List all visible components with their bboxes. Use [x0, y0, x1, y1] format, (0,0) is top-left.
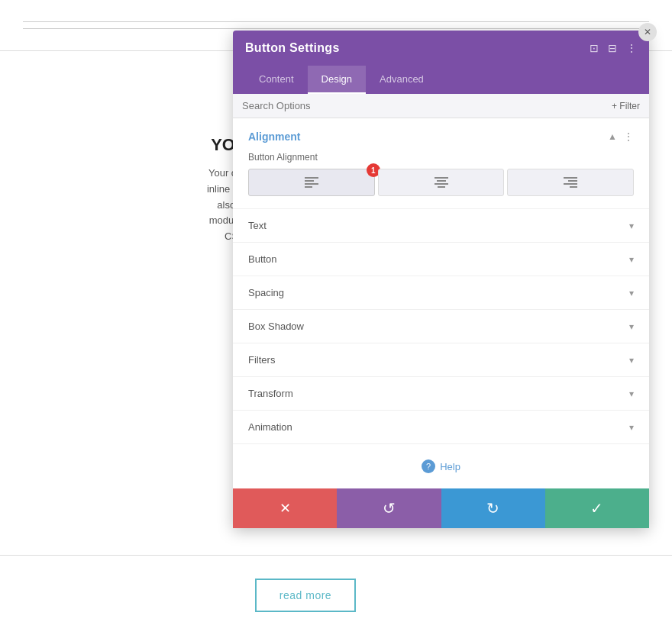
- svg-rect-1: [305, 180, 314, 182]
- alignment-section-controls: ▲ ⋮: [608, 131, 634, 143]
- animation-section-title: Animation: [248, 421, 292, 433]
- spacing-section-title: Spacing: [248, 287, 284, 298]
- maximize-icon[interactable]: ⊡: [590, 42, 599, 54]
- search-bar: + Filter: [233, 94, 649, 118]
- help-icon: ?: [422, 459, 435, 473]
- tab-content[interactable]: Content: [245, 66, 308, 94]
- button-section[interactable]: Button ▾: [233, 243, 649, 276]
- text-section[interactable]: Text ▾: [233, 209, 649, 243]
- close-icon: ✕: [644, 27, 651, 37]
- panel-title: Button Settings: [245, 41, 340, 55]
- tab-advanced[interactable]: Advanced: [366, 66, 438, 94]
- help-section[interactable]: ? Help: [233, 444, 649, 488]
- svg-rect-5: [437, 180, 446, 182]
- button-chevron-icon: ▾: [629, 254, 634, 265]
- transform-chevron-icon: ▾: [629, 388, 634, 399]
- button-settings-panel: ✕ Button Settings ⊡ ⊟ ⋮ Content Design A…: [233, 31, 649, 528]
- filters-chevron-icon: ▾: [629, 355, 634, 366]
- svg-rect-0: [305, 177, 318, 179]
- alignment-section-title: Alignment: [248, 131, 300, 143]
- alignment-section: Alignment ▲ ⋮ Button Alignment 1: [233, 118, 649, 209]
- search-input[interactable]: [242, 100, 612, 111]
- read-more-button[interactable]: read more: [255, 579, 356, 612]
- cancel-button[interactable]: ✕: [233, 488, 337, 528]
- alignment-buttons: 1: [248, 169, 634, 196]
- top-line-1: [23, 21, 649, 22]
- box-shadow-chevron-icon: ▾: [629, 321, 634, 332]
- alignment-more-icon[interactable]: ⋮: [623, 131, 634, 143]
- more-options-icon[interactable]: ⋮: [626, 42, 637, 54]
- animation-chevron-icon: ▾: [629, 422, 634, 433]
- panel-header: Button Settings ⊡ ⊟ ⋮: [233, 31, 649, 66]
- svg-rect-4: [435, 177, 448, 179]
- redo-button[interactable]: ↻: [441, 488, 545, 528]
- transform-section[interactable]: Transform ▾: [233, 377, 649, 411]
- align-right-icon: [564, 177, 577, 188]
- svg-rect-8: [564, 177, 577, 179]
- filters-section[interactable]: Filters ▾: [233, 343, 649, 377]
- alignment-collapse-icon[interactable]: ▲: [608, 131, 617, 142]
- tab-design[interactable]: Design: [308, 66, 366, 94]
- box-shadow-section-title: Box Shadow: [248, 321, 304, 332]
- reset-icon: ↺: [383, 499, 396, 517]
- save-button[interactable]: ✓: [545, 488, 649, 528]
- spacing-section[interactable]: Spacing ▾: [233, 276, 649, 310]
- align-center-icon: [435, 177, 448, 188]
- transform-section-title: Transform: [248, 388, 293, 399]
- help-label: Help: [440, 461, 460, 472]
- bottom-toolbar: ✕ ↺ ↻ ✓: [233, 488, 649, 528]
- svg-rect-7: [438, 186, 445, 188]
- svg-rect-10: [564, 183, 577, 185]
- text-section-title: Text: [248, 220, 267, 231]
- panel-header-icons: ⊡ ⊟ ⋮: [590, 42, 637, 54]
- panel-tabs: Content Design Advanced: [233, 66, 649, 94]
- cancel-icon: ✕: [279, 500, 291, 517]
- align-left-icon: [305, 177, 318, 188]
- align-center-button[interactable]: [378, 169, 505, 196]
- filters-section-title: Filters: [248, 354, 275, 366]
- panel-body: Alignment ▲ ⋮ Button Alignment 1: [233, 118, 649, 528]
- button-alignment-label: Button Alignment: [248, 152, 634, 163]
- button-section-title: Button: [248, 253, 277, 265]
- top-line-2: [23, 28, 649, 29]
- redo-icon: ↻: [486, 499, 499, 517]
- align-right-button[interactable]: [507, 169, 634, 196]
- columns-icon[interactable]: ⊟: [608, 42, 617, 54]
- align-left-button[interactable]: 1: [248, 169, 375, 196]
- page-bottom-section: read more: [0, 555, 672, 635]
- box-shadow-section[interactable]: Box Shadow ▾: [233, 310, 649, 343]
- panel-close-button[interactable]: ✕: [638, 23, 657, 41]
- svg-rect-11: [570, 186, 577, 188]
- animation-section[interactable]: Animation ▾: [233, 411, 649, 444]
- filter-button[interactable]: + Filter: [612, 101, 640, 111]
- text-chevron-icon: ▾: [629, 221, 634, 231]
- save-icon: ✓: [590, 499, 603, 517]
- spacing-chevron-icon: ▾: [629, 288, 634, 298]
- reset-button[interactable]: ↺: [337, 488, 441, 528]
- alignment-section-header: Alignment ▲ ⋮: [248, 131, 634, 143]
- svg-rect-6: [435, 183, 448, 185]
- svg-rect-3: [305, 186, 312, 188]
- svg-rect-2: [305, 183, 318, 185]
- svg-rect-9: [568, 180, 577, 182]
